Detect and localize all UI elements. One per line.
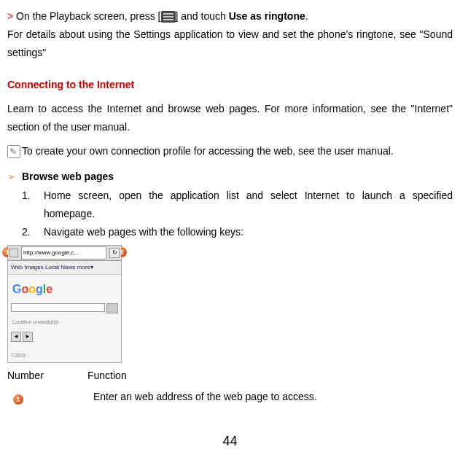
browser-address-bar: http://www.google.c... ↻ (8, 246, 121, 261)
text-segment: On the Playback screen, press [ (16, 10, 160, 22)
browse-subheading: Browse web pages (22, 171, 114, 182)
favicon-icon (9, 249, 18, 257)
url-field: http://www.google.c... (21, 246, 106, 260)
refresh-icon: ↻ (109, 248, 120, 258)
table-row: 1 Enter an web address of the web page t… (7, 388, 453, 407)
internet-intro-paragraph: Learn to access the Internet and browse … (7, 100, 453, 136)
search-button-mock (106, 303, 118, 313)
bold-text: Use as ringtone (229, 10, 305, 22)
step-2: 2. Navigate web pages with the following… (22, 223, 453, 241)
chevron-marker: > (7, 10, 16, 22)
search-bar (11, 303, 118, 313)
triangle-bullet-icon: ➢ (7, 171, 16, 182)
step-number: 2. (22, 223, 44, 241)
table-header-row: Number Function (7, 367, 453, 385)
text-segment: . (305, 10, 308, 22)
table-cell-badge: 1 (7, 388, 93, 407)
column-header-function: Function (87, 367, 453, 385)
browse-heading-row: ➢Browse web pages (7, 168, 453, 186)
text-segment: ] and touch (176, 10, 229, 22)
browser-nav-tabs: Web Images Local News more▾ (8, 261, 121, 275)
step-number: 1. (22, 187, 44, 223)
playback-instruction: > On the Playback screen, press [] and t… (7, 7, 453, 26)
back-arrow-icon: ◄ (11, 332, 21, 342)
note-icon (7, 145, 20, 158)
step-text: Home screen, open the application list a… (44, 187, 453, 223)
sound-settings-note: For details about using the Settings app… (7, 26, 453, 62)
google-logo: Google (8, 275, 121, 302)
section-heading-internet: Connecting to the Internet (7, 76, 453, 94)
copyright-text: ©2010 - (11, 351, 29, 361)
location-unavailable-text: Location unavailable (8, 315, 121, 330)
column-header-number: Number (7, 367, 87, 385)
menu-icon (161, 11, 176, 23)
search-input-mock (11, 303, 105, 312)
forward-arrow-icon: ► (23, 332, 33, 342)
nav-arrows: ◄ ► (8, 330, 121, 343)
callout-badge-1-small: 1 (13, 394, 23, 405)
step-text: Navigate web pages with the following ke… (44, 223, 243, 241)
connection-profile-note: To create your own connection profile fo… (7, 142, 453, 160)
note-text: To create your own connection profile fo… (22, 145, 394, 157)
step-1: 1. Home screen, open the application lis… (22, 187, 453, 223)
browser-screenshot: 1 2 http://www.google.c... ↻ Web Images … (7, 245, 122, 363)
page-number: 44 (7, 429, 453, 453)
table-cell-function: Enter an web address of the web page to … (93, 388, 453, 407)
